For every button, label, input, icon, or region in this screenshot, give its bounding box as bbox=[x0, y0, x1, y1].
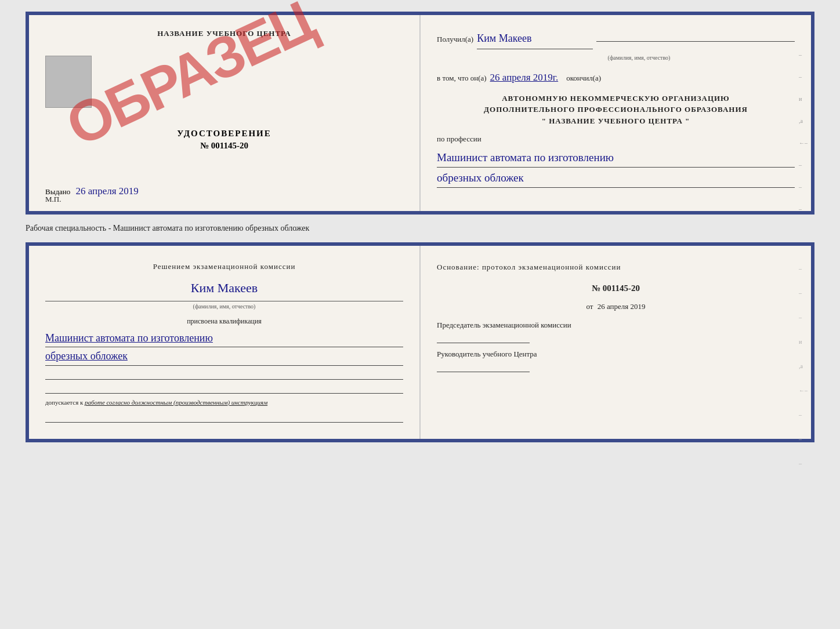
fio-sublabel-top: (фамилия, имя, отчество) bbox=[483, 53, 795, 63]
chairman-label: Председатель экзаменационной комиссии bbox=[437, 320, 795, 330]
school-name-label: НАЗВАНИЕ УЧЕБНОГО ЦЕНТРА bbox=[157, 29, 291, 38]
that-row: в том, что он(а) 26 апреля 2019г. окончи… bbox=[437, 69, 795, 87]
side-dashes-top: – – и ,а ←– – – – bbox=[799, 50, 808, 214]
допускается-block: допускается к работе согласно должностны… bbox=[45, 397, 403, 409]
osnovaniye-title: Основание: протокол экзаменационной коми… bbox=[437, 260, 795, 275]
issued-date-block: Выдано 26 апреля 2019 bbox=[45, 186, 403, 197]
blank-line-3 bbox=[45, 411, 403, 423]
mp-label: М.П. bbox=[45, 195, 61, 204]
received-name: Ким Макеев bbox=[477, 29, 593, 49]
org-line3: " НАЗВАНИЕ УЧЕБНОГО ЦЕНТРА " bbox=[437, 115, 795, 127]
profession-section: по профессии Машинист автомата по изгото… bbox=[437, 132, 795, 188]
chairman-sig-line bbox=[437, 332, 530, 343]
protocol-number: № 001145-20 bbox=[437, 279, 795, 297]
side-dashes-bottom: – – – и ,а ←– – – – bbox=[799, 263, 808, 470]
protocol-date-value: 26 апреля 2019 bbox=[598, 302, 646, 311]
protocol-date: от 26 апреля 2019 bbox=[437, 299, 795, 314]
blank-line-1 bbox=[45, 368, 403, 380]
cert-block: УДОСТОВЕРЕНИЕ № 001145-20 bbox=[177, 129, 271, 151]
bottom-doc-right: Основание: протокол экзаменационной коми… bbox=[421, 246, 811, 439]
top-doc-left: НАЗВАНИЕ УЧЕБНОГО ЦЕНТРА ОБРАЗЕЦ УДОСТОВ… bbox=[29, 15, 421, 211]
org-line2: ДОПОЛНИТЕЛЬНОГО ПРОФЕССИОНАЛЬНОГО ОБРАЗО… bbox=[437, 104, 795, 115]
bottom-document: Решением экзаменационной комиссии Ким Ма… bbox=[26, 242, 814, 442]
bottom-doc-left: Решением экзаменационной комиссии Ким Ма… bbox=[29, 246, 421, 439]
leader-label: Руководитель учебного Центра bbox=[437, 349, 795, 359]
received-label: Получил(а) bbox=[437, 32, 473, 46]
commission-title: Решением экзаменационной комиссии bbox=[45, 260, 403, 273]
profession-label: по профессии bbox=[437, 132, 795, 146]
dash-line-1 bbox=[596, 41, 795, 42]
date-prefix: от bbox=[586, 302, 593, 311]
issued-date-value: 26 апреля 2019 bbox=[76, 186, 139, 197]
leader-block: Руководитель учебного Центра bbox=[437, 349, 795, 372]
date-value: 26 апреля 2019г. bbox=[490, 69, 559, 87]
photo-placeholder bbox=[45, 56, 92, 108]
org-line1: АВТОНОМНУЮ НЕКОММЕРЧЕСКУЮ ОРГАНИЗАЦИЮ bbox=[437, 93, 795, 104]
qual-value2: обрезных обложек bbox=[45, 347, 403, 366]
middle-label: Рабочая специальность - Машинист автомат… bbox=[26, 224, 814, 233]
cert-number: № 001145-20 bbox=[177, 141, 271, 151]
blank-line-2 bbox=[45, 382, 403, 394]
допускается-label: допускается к bbox=[45, 399, 83, 406]
cert-title: УДОСТОВЕРЕНИЕ bbox=[177, 129, 271, 139]
leader-sig-line bbox=[437, 361, 530, 372]
qualification-label: присвоена квалификация bbox=[45, 315, 403, 328]
profession-value1: Машинист автомата по изготовлению bbox=[437, 148, 795, 168]
in-that-label: в том, что он(а) bbox=[437, 71, 487, 85]
received-row: Получил(а) Ким Макеев bbox=[437, 29, 795, 49]
bottom-name: Ким Макеев bbox=[45, 277, 403, 300]
org-block: АВТОНОМНУЮ НЕКОММЕРЧЕСКУЮ ОРГАНИЗАЦИЮ ДО… bbox=[437, 93, 795, 127]
top-doc-right: Получил(а) Ким Макеев (фамилия, имя, отч… bbox=[421, 15, 811, 211]
допускается-value: работе согласно должностным (производств… bbox=[85, 399, 267, 406]
profession-value2: обрезных обложек bbox=[437, 169, 795, 188]
finished-label: окончил(а) bbox=[566, 71, 601, 85]
qual-value1: Машинист автомата по изготовлению bbox=[45, 329, 403, 348]
chairman-block: Председатель экзаменационной комиссии bbox=[437, 320, 795, 343]
top-document: НАЗВАНИЕ УЧЕБНОГО ЦЕНТРА ОБРАЗЕЦ УДОСТОВ… bbox=[26, 12, 814, 214]
bottom-fio-sub: (фамилия, имя, отчество) bbox=[45, 301, 403, 312]
